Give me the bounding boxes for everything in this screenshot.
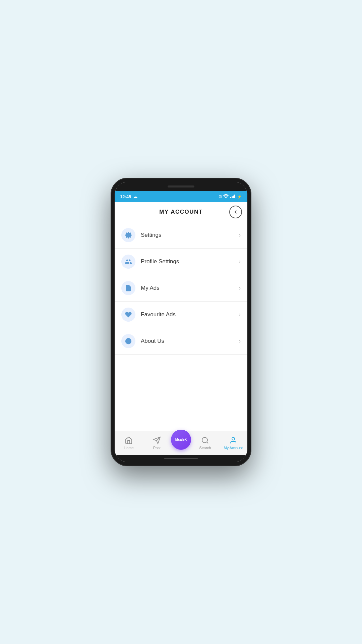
favourite-ads-icon-wrap — [121, 308, 135, 322]
phone-bottom-bar — [115, 455, 247, 462]
phone-camera-bar — [115, 182, 247, 191]
msalex-center-button[interactable]: MsaleX — [171, 430, 191, 450]
svg-rect-2 — [232, 196, 233, 198]
back-button[interactable] — [229, 206, 242, 218]
signal-icon — [230, 194, 236, 199]
page-header: MY ACCOUNT — [115, 202, 247, 222]
status-time: 12:45 — [120, 194, 131, 199]
msalex-label: MsaleX — [175, 438, 187, 441]
page-title: MY ACCOUNT — [159, 209, 202, 215]
search-nav-icon — [201, 436, 209, 444]
status-left: 12:45 ☁ — [120, 194, 137, 199]
menu-item-profile-settings[interactable]: Profile Settings › — [115, 249, 247, 275]
home-nav-label: Home — [124, 446, 133, 450]
menu-item-my-ads[interactable]: My Ads › — [115, 275, 247, 302]
my-ads-icon-wrap — [121, 281, 135, 295]
post-nav-icon — [153, 436, 161, 444]
nav-item-home[interactable]: Home — [115, 436, 143, 450]
svg-rect-3 — [233, 196, 234, 198]
bottom-nav: Home Post MsaleX Search — [115, 431, 247, 455]
settings-icon-wrap — [121, 228, 135, 242]
info-icon — [125, 337, 132, 345]
phone-screen: 12:45 ☁ ⊡ — [115, 182, 247, 462]
wifi-icon — [223, 194, 229, 199]
person-edit-icon — [125, 258, 132, 265]
post-nav-label: Post — [153, 446, 161, 450]
cloud-icon: ☁ — [133, 194, 137, 199]
menu-item-about-us[interactable]: About Us › — [115, 328, 247, 355]
svg-rect-4 — [234, 195, 235, 198]
menu-list: Settings › Profile Settings › — [115, 222, 247, 431]
menu-item-favourite-ads[interactable]: Favourite Ads › — [115, 302, 247, 328]
svg-line-13 — [207, 442, 208, 443]
profile-settings-icon-wrap — [121, 255, 135, 269]
my-account-nav-label: My Account — [224, 446, 243, 450]
my-account-nav-icon — [229, 436, 237, 444]
gear-icon — [125, 231, 132, 239]
favourite-ads-chevron: › — [239, 312, 241, 318]
about-us-label: About Us — [141, 338, 239, 344]
my-ads-label: My Ads — [141, 285, 239, 291]
menu-item-settings[interactable]: Settings › — [115, 222, 247, 249]
profile-settings-chevron: › — [239, 259, 241, 265]
settings-label: Settings — [141, 232, 239, 238]
search-nav-label: Search — [199, 446, 211, 450]
my-ads-chevron: › — [239, 285, 241, 291]
phone-frame: 12:45 ☁ ⊡ — [111, 178, 251, 466]
nav-item-my-account[interactable]: My Account — [219, 436, 247, 450]
svg-rect-1 — [230, 197, 231, 198]
status-right: ⊡ ⚡ — [219, 194, 242, 199]
battery-icon: ⚡ — [237, 195, 242, 199]
vibrate-icon: ⊡ — [219, 195, 222, 199]
svg-point-12 — [202, 437, 207, 443]
svg-point-0 — [225, 197, 227, 198]
about-us-icon-wrap — [121, 334, 135, 348]
nav-item-search[interactable]: Search — [191, 436, 219, 450]
receipt-icon — [125, 284, 132, 292]
heart-icon — [125, 311, 132, 318]
about-us-chevron: › — [239, 338, 241, 344]
profile-settings-label: Profile Settings — [141, 258, 239, 265]
svg-point-14 — [232, 437, 235, 440]
nav-item-post[interactable]: Post — [143, 436, 171, 450]
status-bar: 12:45 ☁ ⊡ — [115, 191, 247, 202]
settings-chevron: › — [239, 232, 241, 238]
favourite-ads-label: Favourite Ads — [141, 311, 239, 318]
home-nav-icon — [125, 436, 133, 444]
